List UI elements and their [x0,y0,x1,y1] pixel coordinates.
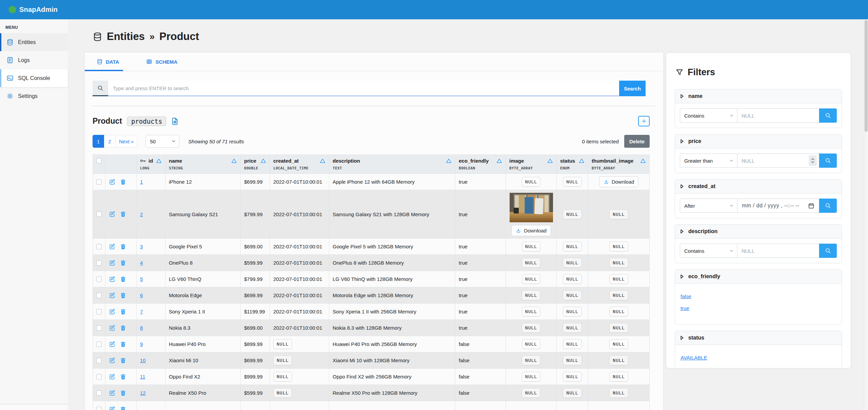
next-page-button[interactable]: Next » [116,135,137,148]
row-id-link[interactable]: 6 [140,292,143,298]
row-checkbox[interactable] [96,358,102,363]
trash-icon[interactable] [120,357,126,364]
column-header-thumbnail-image[interactable]: thumbnail_imageBYTE_ARRAY [588,155,650,174]
filter-operator-select-price[interactable]: Greater than [680,153,737,168]
filter-option-true[interactable]: true [680,305,689,311]
row-checkbox[interactable] [96,374,102,380]
filter-value-input-price[interactable] [737,153,819,168]
edit-icon[interactable] [109,390,116,396]
edit-icon[interactable] [109,260,116,266]
sort-icon[interactable] [446,158,452,163]
row-checkbox[interactable] [96,390,102,396]
trash-icon[interactable] [120,179,126,185]
row-checkbox[interactable] [96,407,102,410]
edit-icon[interactable] [109,325,116,331]
vertical-scrollbar[interactable] [864,19,868,410]
trash-icon[interactable] [120,406,126,410]
filter-search-button-description[interactable] [819,244,837,258]
row-id-link[interactable]: 5 [140,276,143,282]
trash-icon[interactable] [120,276,126,283]
row-id-link[interactable]: 4 [140,260,143,266]
sort-icon[interactable] [320,158,326,163]
sort-icon[interactable] [640,158,646,163]
row-checkbox[interactable] [96,260,102,266]
row-checkbox[interactable] [96,342,102,347]
column-header-status[interactable]: statusENUM [557,155,588,174]
row-id-link[interactable]: 3 [140,244,143,249]
filter-card-header-eco-friendly[interactable]: eco_friendly [675,270,842,284]
brand-name[interactable]: SnapAdmin [19,6,58,14]
edit-icon[interactable] [109,406,116,410]
delete-button[interactable]: Delete [624,135,650,148]
filter-card-header-description[interactable]: description [675,225,842,239]
calendar-icon[interactable] [808,203,814,209]
row-checkbox[interactable] [96,276,102,282]
column-header-created-at[interactable]: created_atLOCAL_DATE_TIME [270,155,329,174]
filter-option-discontinued[interactable]: DISCONTINUED [680,367,719,368]
trash-icon[interactable] [120,373,126,380]
trash-icon[interactable] [120,243,126,250]
tab-schema[interactable]: SCHEMA [142,53,181,71]
filter-value-input-description[interactable] [737,244,819,258]
row-id-link[interactable]: 12 [140,390,146,396]
edit-icon[interactable] [109,276,116,283]
filter-operator-select-created-at[interactable]: After [680,199,737,213]
download-button[interactable]: Download [511,225,551,236]
column-header-eco-friendly[interactable]: eco_friendlyBOOLEAN [455,155,506,174]
row-checkbox[interactable] [96,179,102,185]
edit-icon[interactable] [109,373,116,380]
column-header-image[interactable]: imageBYTE_ARRAY [506,155,557,174]
row-id-link[interactable]: 2 [140,211,143,217]
sidebar-item-settings[interactable]: Settings [0,87,68,105]
filter-operator-select-description[interactable]: Contains [680,244,737,258]
row-checkbox[interactable] [96,325,102,331]
filter-card-header-created-at[interactable]: created_at [675,180,842,193]
row-id-link[interactable]: 11 [140,374,145,380]
column-header-name[interactable]: nameSTRING [165,155,241,174]
row-id-link[interactable]: 9 [140,341,143,347]
row-id-link[interactable]: 10 [140,357,146,363]
edit-icon[interactable] [109,308,116,315]
row-checkbox[interactable] [96,244,102,249]
filter-search-button-created-at[interactable] [819,199,837,213]
edit-icon[interactable] [109,211,116,218]
filter-option-available[interactable]: AVAILABLE [680,355,707,361]
filter-card-header-name[interactable]: name [675,89,842,103]
number-spinner[interactable] [809,155,817,166]
page-button-2[interactable]: 2 [104,135,116,148]
search-input[interactable] [108,81,619,96]
trash-icon[interactable] [120,390,126,396]
column-header-description[interactable]: descriptionTEXT [329,155,455,174]
sidebar-item-entities[interactable]: Entities [0,33,68,51]
trash-icon[interactable] [120,292,126,299]
search-button[interactable]: Search [619,81,646,96]
trash-icon[interactable] [120,325,126,331]
cell-image-thumbnail[interactable] [510,193,553,222]
column-header-id[interactable]: idLONG [137,155,165,174]
edit-icon[interactable] [109,341,116,348]
filter-search-button-name[interactable] [819,108,837,123]
vertical-scrollbar-thumb[interactable] [865,20,868,132]
sidebar-item-logs[interactable]: Logs [0,51,68,69]
edit-icon[interactable] [109,357,116,364]
row-id-link[interactable]: 7 [140,309,143,314]
export-spreadsheet-icon[interactable] [171,117,179,125]
download-button[interactable]: Download [599,176,639,187]
column-header-price[interactable]: priceDOUBLE [241,155,270,174]
sort-icon[interactable] [231,158,237,163]
filter-card-header-status[interactable]: status [675,331,842,345]
trash-icon[interactable] [120,211,126,218]
tab-data[interactable]: DATA [93,53,123,71]
edit-icon[interactable] [109,292,116,299]
row-checkbox[interactable] [96,309,102,314]
row-checkbox[interactable] [96,211,102,217]
filter-operator-select-name[interactable]: Contains [680,108,737,123]
edit-icon[interactable] [109,179,116,185]
sort-icon[interactable] [156,158,162,163]
sort-icon[interactable] [496,158,502,163]
filter-card-header-price[interactable]: price [675,135,842,148]
row-checkbox[interactable] [96,293,102,298]
filter-datetime-input-created-at[interactable]: mm / dd / yyyy , --:-- -- [737,199,819,213]
page-button-1[interactable]: 1 [93,135,104,148]
row-id-link[interactable]: 1 [140,179,143,185]
